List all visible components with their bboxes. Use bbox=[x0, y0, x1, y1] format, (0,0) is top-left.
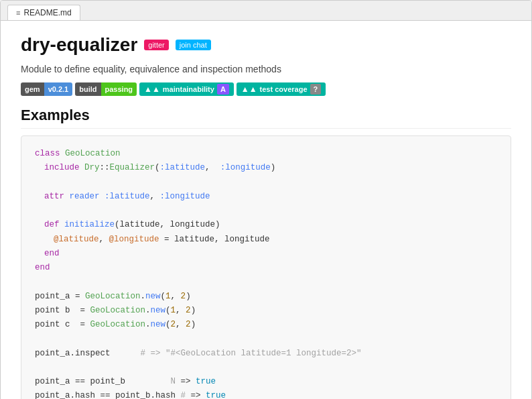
badge-gitter[interactable]: gitter bbox=[144, 40, 168, 50]
main-window: ≡ README.md dry-equalizer gitter join ch… bbox=[0, 0, 532, 399]
code-line-blank3 bbox=[35, 275, 497, 289]
code-line-11: point_a.inspect # => "#<GeoLocation lati… bbox=[35, 347, 497, 361]
code-line-13: point_a.hash == point_b.hash # => true bbox=[35, 389, 497, 399]
description-text: Module to define equality, equivalence a… bbox=[21, 64, 511, 74]
maintainability-grade: A bbox=[217, 84, 229, 95]
badges-row: gem v0.2.1 build passing ▲▲ maintainabil… bbox=[21, 82, 511, 96]
maintainability-label: maintainability bbox=[163, 85, 214, 93]
badge-gem-value: v0.2.1 bbox=[44, 82, 73, 96]
code-line-8: point_a = GeoLocation.new(1, 2) bbox=[35, 290, 497, 304]
code-block: class GeoLocation include Dry::Equalizer… bbox=[21, 135, 511, 399]
tab-label: README.md bbox=[23, 8, 71, 17]
badge-testcoverage[interactable]: ▲▲ test coverage ? bbox=[237, 82, 326, 96]
code-line-3: attr reader :latitude, :longitude bbox=[44, 190, 497, 204]
code-line-blank1 bbox=[35, 176, 497, 190]
code-line-10: point c = GeoLocation.new(2, 2) bbox=[35, 318, 497, 332]
tab-bar: ≡ README.md bbox=[1, 1, 531, 21]
code-line-blank2 bbox=[35, 204, 497, 218]
badge-joinchat[interactable]: join chat bbox=[176, 40, 211, 50]
cc-icon-2: ▲▲ bbox=[241, 84, 257, 94]
code-line-4: def initialize(latitude, longitude) bbox=[44, 218, 497, 232]
title-row: dry-equalizer gitter join chat bbox=[21, 34, 511, 56]
code-line-12: point_a == point_b N => true bbox=[35, 375, 497, 389]
badge-maintainability[interactable]: ▲▲ maintainability A bbox=[139, 82, 234, 96]
badge-build-label: build bbox=[75, 82, 101, 96]
code-line-6: end bbox=[44, 247, 497, 261]
tab-readme[interactable]: ≡ README.md bbox=[7, 5, 80, 20]
code-line-1: class GeoLocation bbox=[35, 147, 497, 161]
content-area: dry-equalizer gitter join chat Module to… bbox=[1, 21, 531, 399]
project-title: dry-equalizer bbox=[21, 34, 137, 56]
examples-heading: Examples bbox=[21, 107, 511, 129]
code-line-2: include Dry::Equalizer(:latitude, :longi… bbox=[44, 161, 497, 175]
cc-icon: ▲▲ bbox=[144, 84, 160, 94]
badge-build[interactable]: build passing bbox=[75, 82, 137, 96]
file-icon: ≡ bbox=[16, 9, 20, 17]
badge-gem-label: gem bbox=[21, 82, 44, 96]
testcoverage-label: test coverage bbox=[260, 85, 308, 93]
testcoverage-value: ? bbox=[310, 84, 322, 95]
code-line-7: end bbox=[35, 261, 497, 275]
badge-gem[interactable]: gem v0.2.1 bbox=[21, 82, 72, 96]
code-line-5: @latitude, @longitude = latitude, longit… bbox=[54, 233, 497, 247]
code-line-blank5 bbox=[35, 361, 497, 375]
code-line-9: point b = GeoLocation.new(1, 2) bbox=[35, 304, 497, 318]
badge-build-value: passing bbox=[101, 82, 137, 96]
code-line-blank4 bbox=[35, 332, 497, 346]
